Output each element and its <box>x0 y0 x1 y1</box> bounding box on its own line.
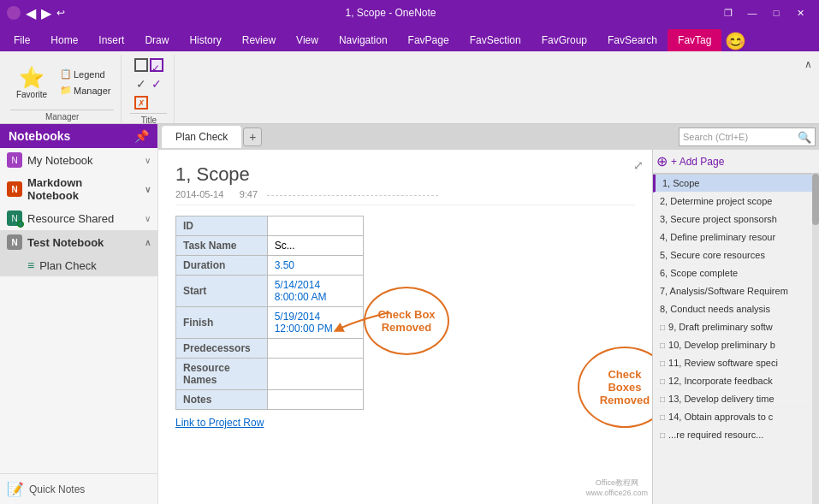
tab-navigation[interactable]: Navigation <box>329 29 398 51</box>
page-list-item-6[interactable]: 6, Scope complete <box>653 264 812 282</box>
checkbox-row2: ✓ ✓ <box>134 77 163 91</box>
page-list-item-14[interactable]: □ 14, Obtain approvals to c <box>653 408 812 426</box>
sidebar-item-resource-shared[interactable]: N Resource Shared ∨ <box>0 206 157 230</box>
table-row: Predecessors <box>176 339 364 359</box>
tab-favsearch[interactable]: FavSearch <box>597 29 668 51</box>
tab-insert[interactable]: Insert <box>88 29 134 51</box>
checkbox-12: □ <box>660 377 665 386</box>
ribbon-content: ⭐ Favorite 📋 Legend 📁 Manager Manager <box>0 51 819 124</box>
notes-value <box>267 390 363 410</box>
callout-text-1: Check BoxRemoved <box>377 308 435 334</box>
tab-view[interactable]: View <box>286 29 329 51</box>
taskname-header: Task Name <box>176 236 268 256</box>
page-list-item-scope[interactable]: 1, Scope <box>653 175 812 193</box>
minimize-btn[interactable]: — <box>740 0 764 26</box>
legend-btn[interactable]: 📋 Legend <box>56 67 114 81</box>
search-icon[interactable]: 🔍 <box>798 131 811 144</box>
quick-notes-icon: 📝 <box>7 481 24 497</box>
title-group-content: ✓ ✓ ✓ ✗ <box>134 55 163 113</box>
title-bar: ◀ ▶ ↩ 1, Scope - OneNote ❐ — □ ✕ <box>0 0 819 26</box>
note-table: ID Task Name Sc... Duration 3.50 Start 5… <box>175 216 364 410</box>
sidebar-item-markdown[interactable]: N MarkdownNotebook ∨ <box>0 172 157 206</box>
page-list-item-8[interactable]: 8, Conduct needs analysis <box>653 300 812 318</box>
maximize-btn[interactable]: □ <box>764 0 788 26</box>
notebooks-label: Notebooks <box>9 129 70 143</box>
scrollbar-thumb[interactable] <box>812 174 819 225</box>
tab-file[interactable]: File <box>3 29 40 51</box>
tab-add-btn[interactable]: + <box>243 127 262 146</box>
checkbox-10: □ <box>660 341 665 350</box>
checkbox-row3: ✗ <box>134 96 163 110</box>
undo-btn[interactable]: ↩ <box>56 7 65 19</box>
page-list-item-12[interactable]: □ 12, Incorporate feedback <box>653 372 812 390</box>
page-list-item-2[interactable]: 2, Determine project scope <box>653 193 812 210</box>
back-btn[interactable]: ◀ <box>26 5 36 21</box>
notes-header: Notes <box>176 390 268 410</box>
sidebar: Notebooks 📌 N My Notebook ∨ N MarkdownNo… <box>0 124 158 504</box>
table-row: Duration 3.50 <box>176 256 364 276</box>
resource-shared-icon: N <box>7 210 22 226</box>
sync-indicator <box>17 221 24 228</box>
resource-header: Resource Names <box>176 359 268 390</box>
legend-icon: 📋 <box>60 68 72 80</box>
forward-btn[interactable]: ▶ <box>41 5 51 21</box>
note-area: ⤢ 1, Scope 2014-05-14 9:47 ID Task Name <box>158 150 652 504</box>
page-list-item-13[interactable]: □ 13, Develop delivery time <box>653 390 812 408</box>
tab-favpage[interactable]: FavPage <box>398 29 460 51</box>
favorite-btn[interactable]: ⭐ Favorite <box>10 58 53 106</box>
manager-btn[interactable]: 📁 Manager <box>56 83 114 98</box>
close-btn[interactable]: ✕ <box>788 0 812 26</box>
page-list-item-3[interactable]: 3, Secure project sponsorsh <box>653 210 812 228</box>
table-row: Notes <box>176 390 364 410</box>
page-list-item-4[interactable]: 4, Define preliminary resour <box>653 228 812 246</box>
tab-history[interactable]: History <box>179 29 231 51</box>
checkbox-row1: ✓ <box>134 58 163 72</box>
manager-col: 📋 Legend 📁 Manager <box>56 67 114 98</box>
resource-shared-label: Resource Shared <box>27 212 114 225</box>
sidebar-item-my-notebook[interactable]: N My Notebook ∨ <box>0 148 157 172</box>
checkbox-14: □ <box>660 412 665 422</box>
tab-review[interactable]: Review <box>232 29 286 51</box>
tab-favgroup[interactable]: FavGroup <box>531 29 597 51</box>
finish-header: Finish <box>176 307 268 339</box>
emoji-icon[interactable]: 😊 <box>725 31 746 51</box>
star-icon: ⭐ <box>19 66 45 90</box>
pin-icon[interactable]: 📌 <box>134 129 149 143</box>
scrollbar[interactable] <box>812 174 819 504</box>
tab-plan-check[interactable]: Plan Check <box>162 126 241 148</box>
page-list-item-9[interactable]: □ 9, Draft preliminary softw <box>653 318 812 336</box>
page-list-item-5[interactable]: 5, Secure core resources <box>653 246 812 264</box>
favorite-group-label: Manager <box>10 110 114 122</box>
note-date: 2014-05-14 9:47 <box>175 189 635 205</box>
checkbox-empty-icon <box>134 58 148 72</box>
tab-draw[interactable]: Draw <box>134 29 179 51</box>
callout-text-2: CheckBoxesRemoved <box>600 368 650 406</box>
plan-check-label: Plan Check <box>39 259 96 272</box>
checkbox-checked-icon: ✓ <box>150 58 163 72</box>
search-bar[interactable]: Search (Ctrl+E) 🔍 <box>679 127 816 146</box>
restore-btn[interactable]: ❐ <box>716 0 740 26</box>
quick-notes-item[interactable]: 📝 Quick Notes <box>0 473 157 504</box>
resource-value <box>267 359 363 390</box>
page-list-item-11[interactable]: □ 11, Review software speci <box>653 354 812 372</box>
page-list-item-10[interactable]: □ 10, Develop preliminary b <box>653 336 812 354</box>
expand-icon[interactable]: ⤢ <box>633 158 644 172</box>
tab-favsection[interactable]: FavSection <box>460 29 531 51</box>
tab-home[interactable]: Home <box>40 29 88 51</box>
duration-value: 3.50 <box>267 256 363 276</box>
sidebar-item-plan-check[interactable]: ≡ Plan Check <box>0 254 157 276</box>
sidebar-item-test-notebook[interactable]: N Test Notebook ∧ <box>0 230 157 254</box>
chevron-down-icon-3: ∨ <box>145 214 151 223</box>
finish-value: 5/19/2014 12:00:00 PM <box>267 307 363 339</box>
ribbon-tabs: File Home Insert Draw History Review Vie… <box>0 26 819 51</box>
test-notebook-icon: N <box>7 234 22 250</box>
markdown-notebook-label: MarkdownNotebook <box>27 176 82 202</box>
page-list-item-15[interactable]: □ ...re required resourc... <box>653 426 812 444</box>
checkbox-9: □ <box>660 323 665 332</box>
tab-favtag[interactable]: FavTag <box>668 29 721 51</box>
my-notebook-label: My Notebook <box>27 154 93 167</box>
add-page-btn[interactable]: ⊕ + Add Page <box>656 153 816 169</box>
project-row-link[interactable]: Link to Project Row <box>175 417 635 429</box>
ribbon-collapse[interactable]: ∧ <box>801 55 816 123</box>
page-list-item-7[interactable]: 7, Analysis/Software Requirem <box>653 282 812 300</box>
